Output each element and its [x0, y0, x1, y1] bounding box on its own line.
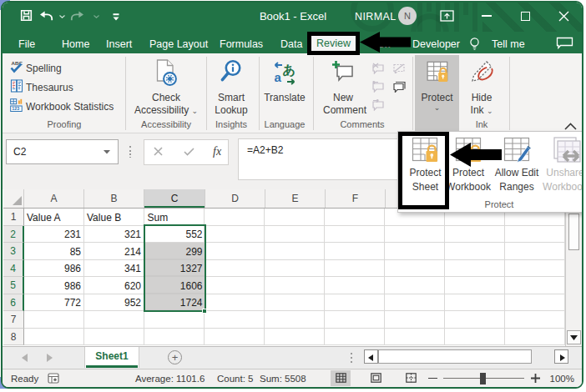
show-comments-icon[interactable] — [392, 81, 406, 93]
minimize-button[interactable] — [482, 15, 492, 17]
row-header-2[interactable]: 2 — [3, 226, 24, 244]
status-count[interactable]: Count: 5 — [217, 374, 253, 384]
macro-record-icon[interactable] — [48, 373, 59, 384]
sheet-nav-previous-icon[interactable] — [21, 354, 28, 362]
cell-a3[interactable]: 85 — [27, 244, 81, 260]
new-sheet-button[interactable]: + — [168, 350, 182, 364]
allow-edit-ranges-item-line2[interactable]: Ranges — [490, 181, 543, 193]
row-header-3[interactable]: 3 — [3, 243, 24, 260]
unshare-workbook-item-line2[interactable]: Workbook — [537, 181, 583, 193]
thesaurus-button[interactable]: Thesaurus — [26, 82, 73, 93]
select-all-button[interactable] — [3, 189, 24, 208]
vertical-scrollbar[interactable] — [565, 189, 582, 346]
cell-a6[interactable]: 772 — [27, 294, 81, 311]
check-accessibility-button-line1[interactable]: Check — [134, 92, 199, 103]
hscroll-left-button[interactable] — [364, 349, 378, 364]
collapse-ribbon-icon[interactable] — [564, 123, 577, 130]
delete-comment-icon[interactable] — [371, 63, 385, 74]
column-header-d[interactable]: D — [205, 189, 265, 208]
zoom-slider-thumb[interactable] — [480, 373, 486, 384]
delete-all-comments-icon[interactable] — [392, 63, 406, 74]
row-header-column: 1 2 3 4 5 6 7 8 — [3, 209, 24, 345]
smart-lookup-button-line1[interactable]: Smart — [210, 92, 252, 103]
formula-bar-divider-dots[interactable] — [129, 146, 131, 158]
name-box-dropdown-icon[interactable] — [104, 150, 110, 154]
cell-grid[interactable]: Value A Value B Sum 231 321 552 85 214 2… — [24, 209, 565, 345]
name-box[interactable]: C2 — [6, 139, 119, 164]
column-header-c[interactable]: C — [144, 189, 205, 208]
translate-button[interactable]: Translate — [262, 92, 307, 103]
feedback-icon[interactable] — [556, 37, 573, 49]
zoom-level[interactable]: 100% — [546, 374, 574, 384]
allow-edit-ranges-item-line1[interactable]: Allow Edit — [490, 167, 543, 178]
close-button[interactable] — [558, 11, 569, 22]
tab-file[interactable]: File — [18, 38, 35, 50]
cell-b6[interactable]: 952 — [87, 294, 141, 311]
tab-tell-me[interactable]: Tell me — [492, 38, 525, 50]
protect-workbook-item-line1[interactable]: Protect — [443, 167, 493, 178]
next-comment-icon[interactable] — [371, 99, 385, 111]
column-header-a[interactable]: A — [24, 189, 84, 208]
row-header-1[interactable]: 1 — [3, 209, 24, 226]
cell-b1[interactable]: Value B — [87, 209, 121, 226]
cell-b5[interactable]: 620 — [87, 278, 141, 294]
hide-ink-button-line2[interactable]: Ink ⌄ — [462, 104, 502, 116]
tab-home[interactable]: Home — [62, 38, 89, 50]
column-header-f[interactable]: F — [326, 189, 386, 208]
hide-ink-button-line1[interactable]: Hide — [462, 92, 502, 103]
cell-a2[interactable]: 231 — [27, 226, 81, 243]
status-average[interactable]: Average: 1101.6 — [135, 374, 205, 384]
column-header-b[interactable]: B — [84, 189, 144, 208]
sheet-tab-sheet1[interactable]: Sheet1 — [84, 347, 139, 368]
sheet-nav-next-icon[interactable] — [46, 354, 53, 362]
view-normal-button[interactable] — [331, 370, 351, 386]
tab-data[interactable]: Data — [280, 38, 302, 50]
insights-group-label: Insights — [210, 119, 252, 129]
protect-button-label[interactable]: Protect — [415, 92, 459, 103]
tab-formulas[interactable]: Formulas — [220, 38, 263, 50]
smart-lookup-button-line2[interactable]: Lookup — [210, 104, 252, 116]
hscroll-right-button[interactable] — [554, 349, 568, 364]
maximize-button[interactable] — [521, 12, 530, 21]
spelling-button[interactable]: Spelling — [26, 63, 62, 74]
new-comment-button-line2[interactable]: Comment — [323, 104, 363, 116]
status-sum[interactable]: Sum: 5508 — [260, 374, 306, 384]
unshare-workbook-item-line1[interactable]: Unshare — [537, 167, 583, 178]
cell-a5[interactable]: 986 — [27, 278, 81, 294]
cell-a1[interactable]: Value A — [27, 209, 60, 226]
view-page-break-button[interactable] — [401, 370, 421, 386]
workbook-statistics-button[interactable]: Workbook Statistics — [26, 101, 114, 113]
row-header-5[interactable]: 5 — [3, 277, 24, 294]
insert-function-button[interactable]: fx — [213, 145, 221, 158]
row-header-4[interactable]: 4 — [3, 260, 24, 278]
check-accessibility-button-line2[interactable]: Accessibility ⌄ — [134, 104, 199, 116]
ribbon-display-options-icon[interactable] — [440, 10, 454, 22]
row-header-6[interactable]: 6 — [3, 294, 24, 312]
view-page-layout-button[interactable] — [366, 370, 386, 386]
enter-formula-icon[interactable] — [184, 148, 194, 156]
selection-fill-handle[interactable] — [202, 309, 207, 314]
cell-b2[interactable]: 321 — [87, 226, 141, 243]
tab-page-layout[interactable]: Page Layout — [149, 38, 208, 50]
column-header-e[interactable]: E — [265, 189, 326, 208]
new-comment-button-line1[interactable]: New — [323, 92, 363, 103]
row-header-7[interactable]: 7 — [3, 311, 24, 329]
zoom-in-button[interactable] — [531, 374, 540, 383]
cell-a4[interactable]: 986 — [27, 260, 81, 277]
user-name[interactable]: NIRMAL — [355, 11, 397, 23]
tell-me-lightbulb-icon[interactable] — [469, 38, 480, 51]
vertical-scrollbar-thumb[interactable] — [568, 214, 579, 250]
sheetbar-divider-dots[interactable] — [351, 353, 352, 363]
view-page-break-icon — [406, 373, 417, 383]
tab-developer[interactable]: Developer — [412, 38, 460, 50]
hscroll-thumb[interactable] — [378, 349, 532, 364]
cancel-formula-icon[interactable] — [154, 147, 163, 156]
cell-b3[interactable]: 214 — [87, 244, 141, 260]
scroll-down-button[interactable] — [567, 330, 581, 344]
cell-b4[interactable]: 341 — [87, 260, 141, 277]
user-avatar[interactable]: N — [398, 7, 417, 25]
previous-comment-icon[interactable] — [371, 81, 385, 93]
tab-insert[interactable]: Insert — [106, 38, 132, 50]
zoom-out-button[interactable] — [428, 378, 437, 379]
row-header-8[interactable]: 8 — [3, 329, 24, 346]
